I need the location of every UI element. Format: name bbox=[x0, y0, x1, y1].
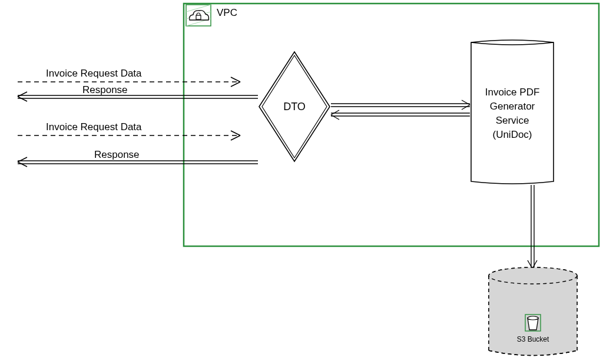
response-label-1: Response bbox=[82, 84, 128, 95]
vpc-icon bbox=[186, 5, 211, 26]
vpc-label: VPC bbox=[217, 7, 237, 18]
service-line2: Generator bbox=[490, 101, 535, 112]
service-to-s3-arrow bbox=[528, 185, 537, 269]
service-line1: Invoice PDF bbox=[485, 87, 540, 98]
svg-point-21 bbox=[489, 267, 577, 284]
architecture-diagram: VPC DTO Invoice PDF Generator Service (U… bbox=[0, 0, 603, 364]
response-label-2: Response bbox=[94, 149, 140, 160]
response-arrow-1 bbox=[18, 92, 258, 101]
service-box bbox=[471, 40, 554, 184]
dto-label: DTO bbox=[283, 101, 306, 112]
dto-service-arrow bbox=[331, 100, 470, 120]
s3-label: S3 Bucket bbox=[517, 335, 549, 343]
svg-point-23 bbox=[528, 316, 538, 320]
service-line3: Service bbox=[496, 115, 529, 126]
request-label-1: Invoice Request Data bbox=[46, 68, 142, 79]
request-label-2: Invoice Request Data bbox=[46, 121, 142, 133]
service-line4: (UniDoc) bbox=[492, 129, 532, 140]
